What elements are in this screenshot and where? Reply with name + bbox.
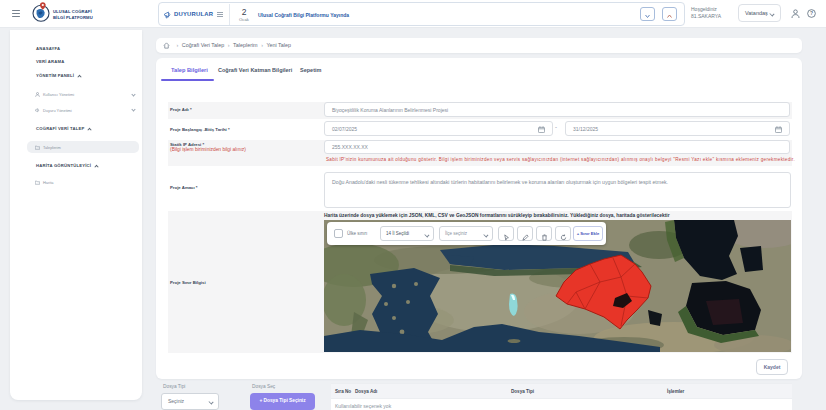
svg-text:?: ? xyxy=(810,11,813,16)
